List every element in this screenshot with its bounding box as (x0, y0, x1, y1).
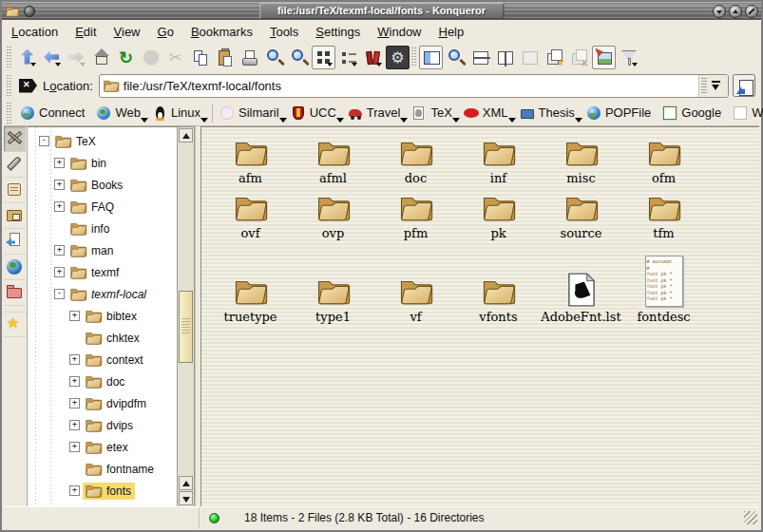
sticky-button[interactable] (24, 6, 35, 17)
split-horizontal-button[interactable] (468, 46, 492, 69)
up-button[interactable] (15, 46, 39, 69)
bookmark-web[interactable]: Web (93, 104, 149, 123)
tree-item[interactable]: Books (28, 174, 177, 196)
find-button[interactable] (444, 46, 467, 69)
tree-item[interactable]: doc (28, 370, 177, 392)
sidebar-tab-home-folder[interactable] (4, 203, 26, 229)
bookmark-tex[interactable]: TeX (409, 104, 460, 123)
sidebar-tab-tools[interactable] (4, 126, 26, 152)
bookmark-wikipedia[interactable]: Wikipedia (730, 104, 763, 123)
tree-expander-icon[interactable] (54, 158, 65, 168)
tree-expander-icon[interactable] (69, 398, 80, 408)
zoom-in-button[interactable] (262, 46, 286, 69)
bookmark-popfile[interactable]: POPFile (583, 104, 659, 123)
tree-expander-icon[interactable] (69, 376, 80, 387)
tree-expander-icon[interactable] (69, 311, 80, 321)
folder-truetype[interactable]: truetype (209, 242, 292, 326)
icon-view-button[interactable] (312, 46, 335, 69)
image-preview-button[interactable] (592, 46, 616, 69)
tree-expander-icon[interactable] (69, 420, 80, 430)
tree-item[interactable]: etex (28, 436, 177, 458)
sidebar-tab-services[interactable] (4, 229, 26, 255)
tree-item[interactable]: dvips (28, 414, 177, 436)
menu-help[interactable]: Help (439, 25, 465, 39)
folder-ofm[interactable]: ofm (622, 132, 705, 187)
copy-button[interactable] (188, 46, 212, 69)
tree-item[interactable]: fontname (28, 458, 177, 480)
cut-button[interactable] (163, 46, 187, 69)
bookmarkbar-drag-handle[interactable] (6, 103, 13, 124)
menu-window[interactable]: Window (377, 25, 421, 39)
toolbar-handle[interactable] (410, 46, 418, 69)
scroll-up-icon[interactable] (179, 128, 193, 142)
scrollbar-thumb[interactable] (179, 291, 193, 363)
new-tab-button[interactable] (543, 46, 566, 69)
scroll-up-icon[interactable] (179, 476, 193, 490)
stop-button[interactable] (139, 46, 162, 69)
tree-expander-icon[interactable] (39, 136, 49, 146)
tree-item[interactable]: texmf-local (28, 283, 177, 305)
bookmark-thesis[interactable]: Thesis (517, 104, 583, 123)
menu-go[interactable]: Go (158, 25, 174, 39)
minimize-button[interactable] (713, 5, 726, 18)
location-value[interactable]: file:/usr/TeX/texmf-local/fonts (124, 79, 698, 93)
gear-button[interactable] (386, 46, 410, 69)
tree-item[interactable]: texmf (28, 261, 177, 283)
maximize-button[interactable] (729, 5, 742, 18)
folder-type1[interactable]: type1 (292, 242, 374, 326)
bookmarks-button[interactable] (361, 46, 385, 69)
locationbar-drag-handle[interactable] (6, 75, 13, 96)
tree-expander-icon[interactable] (54, 267, 65, 277)
title-bar[interactable]: file:/usr/TeX/texmf-local/fonts - Konque… (2, 2, 761, 20)
tree-item[interactable]: bibtex (28, 305, 177, 327)
bookmark-silmaril[interactable]: Silmaril (212, 104, 288, 123)
sidebar-tab-history[interactable] (4, 178, 26, 203)
sidebar-tab-flag[interactable] (4, 152, 26, 178)
back-button[interactable] (40, 46, 64, 69)
bookmark-travel[interactable]: Travel (345, 104, 410, 123)
bookmark-linux[interactable]: Linux (149, 104, 209, 123)
folder-pfm[interactable]: pfm (374, 187, 457, 242)
tree-expander-icon[interactable] (54, 201, 65, 212)
tree-expander-icon[interactable] (54, 180, 65, 190)
folder-afm[interactable]: afm (209, 132, 292, 187)
tree-item[interactable]: dvipdfm (28, 392, 177, 414)
tree-item[interactable]: FAQ (28, 196, 177, 218)
folder-afml[interactable]: afml (292, 132, 374, 187)
folder-source[interactable]: source (540, 187, 622, 242)
go-button[interactable] (733, 74, 755, 97)
folder-pk[interactable]: pk (457, 187, 540, 242)
tree-item[interactable]: context (28, 349, 177, 370)
tree-expander-icon[interactable] (54, 289, 65, 299)
clear-location-icon[interactable] (19, 79, 37, 93)
tree-expander-icon[interactable] (69, 442, 80, 452)
tree-item[interactable]: man (28, 239, 177, 261)
sidebar-tab-bookmarks[interactable] (4, 312, 26, 337)
list-view-button[interactable] (336, 46, 360, 69)
split-vertical-button[interactable] (493, 46, 517, 69)
folder-ovp[interactable]: ovp (292, 187, 374, 242)
tree-expander-icon[interactable] (69, 485, 80, 496)
tree-scrollbar[interactable] (177, 126, 195, 507)
tree-expander-icon[interactable] (69, 354, 80, 365)
sidebar-tab-network[interactable] (4, 255, 26, 280)
folder-misc[interactable]: misc (540, 132, 622, 187)
close-button[interactable] (745, 5, 758, 18)
tree-item[interactable]: bin (28, 152, 177, 174)
forward-button[interactable] (65, 46, 88, 69)
folder-vfonts[interactable]: vfonts (457, 242, 540, 326)
sidebar-toggle-button[interactable] (419, 46, 443, 69)
tree-item[interactable]: fonts (28, 480, 177, 502)
file-fontdesc[interactable]: # automat # font pk * font pk * font pk … (622, 242, 705, 326)
location-dropdown-icon[interactable] (710, 80, 723, 91)
folder-vf[interactable]: vf (374, 242, 457, 326)
menu-view[interactable]: View (114, 25, 141, 39)
filter-button[interactable] (617, 46, 640, 69)
reload-button[interactable] (114, 46, 138, 69)
bookmark-google[interactable]: Google (659, 104, 730, 123)
menu-bookmarks[interactable]: Bookmarks (191, 25, 253, 39)
toolbar-drag-handle[interactable] (6, 47, 13, 67)
menu-location[interactable]: Location (11, 25, 58, 39)
print-button[interactable] (238, 46, 261, 69)
close-tab-button[interactable] (567, 46, 591, 69)
